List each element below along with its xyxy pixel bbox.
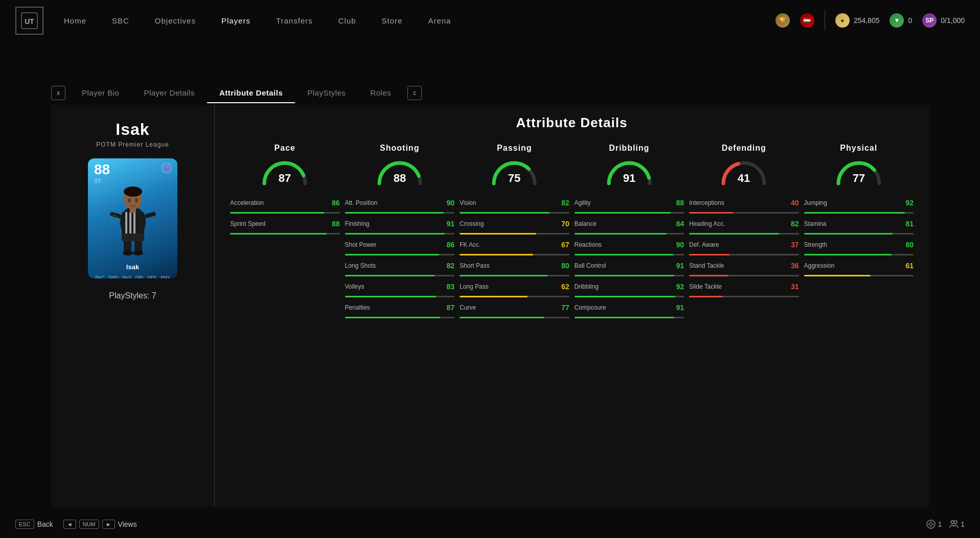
attr-row: Acceleration 86 [230, 199, 340, 214]
svg-text:77: 77 [853, 172, 865, 184]
attr-bar [689, 254, 730, 255]
svg-point-34 [954, 521, 957, 524]
attr-label: Acceleration [230, 199, 325, 206]
attr-row: Aggression 61 [804, 262, 914, 276]
nav-right-key: ► [102, 520, 115, 529]
coins-icon: ● [835, 13, 850, 28]
tab-playstyles[interactable]: PlayStyles [295, 84, 358, 101]
attr-bar-container [689, 212, 799, 214]
left-stick-nav: 1 [926, 520, 942, 529]
attr-bar-container [460, 296, 569, 297]
attr-rows-physical: Jumping 92 Stamina 81 Strength 80 [804, 199, 914, 283]
bottom-right-controls: 1 1 [926, 520, 965, 529]
attr-bar [345, 317, 441, 318]
attr-row: Short Pass 80 [460, 262, 569, 276]
attr-row: Interceptions 40 [689, 199, 799, 214]
svg-marker-29 [930, 521, 932, 523]
attr-bar [804, 275, 871, 276]
attr-row: Long Shots 82 [345, 262, 455, 276]
attr-row: Att. Position 90 [345, 199, 455, 214]
attr-value: 90 [442, 199, 454, 207]
attr-bar-container [575, 254, 685, 255]
category-passing: Passing 75 Vision 82 Crossing [460, 144, 569, 324]
attr-row: Heading Acc. 82 [689, 220, 799, 235]
nav-transfers[interactable]: Transfers [276, 16, 313, 25]
attr-bar [689, 275, 728, 276]
attr-label: Reactions [575, 241, 669, 248]
currency-points: ▼ 0 [890, 13, 912, 28]
attr-bar [230, 212, 324, 214]
attr-bar [460, 275, 548, 276]
nav-store[interactable]: Store [382, 16, 403, 25]
attr-value: 81 [901, 220, 914, 228]
attr-row: Dribbling 92 [575, 283, 685, 297]
attr-value: 88 [327, 220, 340, 228]
svg-point-9 [124, 186, 142, 197]
attr-value: 37 [786, 241, 799, 249]
attr-label: Jumping [804, 199, 899, 206]
attr-label: Strength [804, 241, 899, 248]
attr-value: 80 [901, 241, 914, 249]
left-panel: Isak POTM Premier League 88 ST [51, 105, 215, 507]
nav-objectives[interactable]: Objectives [155, 16, 196, 25]
hungary-icon: 🇭🇺 [800, 13, 814, 28]
tab-attribute-details[interactable]: Attribute Details [207, 84, 295, 101]
playstyles-count: PlayStyles: 7 [109, 291, 156, 300]
back-label: Back [37, 520, 53, 528]
tabs-bar: x Player Bio Player Details Attribute De… [51, 84, 426, 101]
back-button[interactable]: ESC Back [15, 520, 53, 529]
attr-bar-container [230, 212, 340, 214]
attr-bar [460, 317, 544, 318]
attr-value: 87 [442, 303, 454, 312]
attr-bar-container [460, 275, 569, 276]
attr-value: 82 [557, 199, 569, 207]
attr-row: Finishing 91 [345, 220, 455, 235]
attr-label: Curve [460, 304, 554, 311]
attr-label: Stand Tackle [689, 262, 784, 269]
attr-row: Sprint Speed 88 [230, 220, 340, 235]
attr-bar [575, 275, 674, 276]
svg-text:91: 91 [623, 172, 635, 184]
attr-row: FK Acc. 67 [460, 241, 569, 255]
tab-player-details[interactable]: Player Details [131, 84, 207, 101]
attr-bar [689, 233, 779, 235]
cat-name-shooting: Shooting [380, 144, 419, 153]
attr-bar-container [345, 254, 455, 255]
category-pace: Pace 87 Acceleration 86 Sprint Spee [230, 144, 340, 324]
player-name: Isak [116, 120, 149, 139]
attr-value: 61 [901, 262, 914, 270]
nav-home[interactable]: Home [64, 16, 86, 25]
nav-club[interactable]: Club [338, 16, 356, 25]
attr-row: Curve 77 [460, 303, 569, 318]
attr-bar-container [575, 212, 685, 214]
cat-name-defending: Defending [722, 144, 766, 153]
attr-label: Crossing [460, 220, 554, 227]
currency-coins: ● 254,805 [835, 13, 880, 28]
premier-league-badge [161, 162, 172, 174]
points-value: 0 [908, 16, 912, 25]
svg-text:75: 75 [508, 172, 520, 184]
attr-label: Short Pass [460, 262, 554, 269]
attr-label: Slide Tackle [689, 283, 784, 290]
gauge-pace: 87 [259, 158, 310, 191]
category-shooting: Shooting 88 Att. Position 90 Finish [345, 144, 455, 324]
points-icon: ▼ [890, 13, 904, 28]
nav-players[interactable]: Players [221, 16, 250, 25]
svg-rect-7 [133, 212, 135, 235]
tab-player-bio[interactable]: Player Bio [70, 84, 131, 101]
tab-roles[interactable]: Roles [358, 84, 403, 101]
nav-arena[interactable]: Arena [428, 16, 451, 25]
attr-value: 91 [671, 303, 684, 312]
nav-sbc[interactable]: SBC [112, 16, 129, 25]
views-label: Views [118, 520, 137, 528]
attr-value: 40 [786, 199, 799, 207]
views-button[interactable]: ◄ NUM ► Views [63, 520, 137, 529]
attr-bar [804, 212, 905, 214]
attr-bar-container [689, 254, 799, 255]
attr-bar-container [345, 212, 455, 214]
svg-rect-5 [125, 212, 127, 235]
cat-name-dribbling: Dribbling [609, 144, 649, 153]
tab-right-key: c [407, 86, 422, 100]
attr-bar [575, 296, 675, 297]
attr-value: 92 [901, 199, 914, 207]
